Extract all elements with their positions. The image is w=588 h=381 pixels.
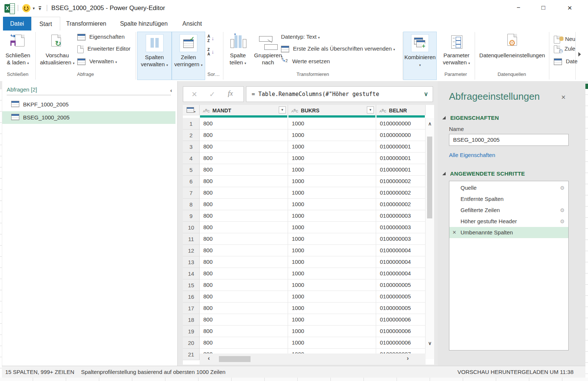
step-settings-gear-icon[interactable]: ⚙	[560, 182, 565, 193]
table-cell[interactable]: 1000	[288, 176, 376, 187]
scroll-down-icon[interactable]: ∨	[426, 340, 434, 346]
formula-expand-icon[interactable]: ∨	[424, 87, 428, 102]
table-cell[interactable]: 1000	[288, 222, 376, 233]
row-number[interactable]: 8	[183, 199, 200, 210]
applied-step[interactable]: Entfernte Spalten	[449, 193, 568, 205]
manage-columns-button[interactable]: Spalten verwalten ▾	[137, 32, 172, 80]
table-cell[interactable]: 0100000004	[376, 245, 426, 256]
table-cell[interactable]: 800	[200, 314, 288, 326]
table-cell[interactable]: 1000	[288, 118, 376, 129]
table-cell[interactable]: 800	[200, 210, 288, 222]
tab-transformieren[interactable]: Transformieren	[61, 17, 112, 31]
table-corner-button[interactable]: ▾	[183, 105, 200, 115]
formula-input[interactable]: = Table.RenameColumns(#"Höher gestufte	[246, 87, 433, 102]
all-properties-link[interactable]: Alle Eigenschaften	[449, 152, 495, 158]
properties-button[interactable]: Eigenschaften	[77, 33, 125, 41]
table-cell[interactable]: 0100000002	[376, 187, 426, 199]
table-cell[interactable]: 1000	[288, 279, 376, 291]
datatype-button[interactable]: Datentyp: Text ▾	[281, 33, 320, 40]
table-cell[interactable]: 800	[200, 164, 288, 176]
table-cell[interactable]: 1000	[288, 210, 376, 222]
replace-values-button[interactable]: 1 ↳ 2 Werte ersetzen	[281, 58, 330, 65]
formula-commit-icon[interactable]: ✓	[209, 90, 215, 99]
table-cell[interactable]: 0100000001	[376, 141, 426, 153]
table-cell[interactable]: 1000	[288, 337, 376, 349]
row-number[interactable]: 12	[183, 245, 200, 256]
enter-data-button[interactable]: Date	[554, 58, 578, 65]
reduce-rows-button[interactable]: ✓ Zeilen verringern ▾	[172, 32, 205, 80]
table-cell[interactable]: 1000	[288, 153, 376, 164]
table-cell[interactable]: 1000	[288, 302, 376, 314]
first-row-as-header-button[interactable]: Erste Zeile als Überschriften verwenden …	[281, 45, 395, 52]
status-profiling-info[interactable]: Spaltenprofilerstellung basierend auf ob…	[81, 369, 226, 375]
table-cell[interactable]: 800	[200, 141, 288, 153]
scroll-up-icon[interactable]: ∧	[426, 121, 434, 127]
column-header-belnr[interactable]: ABCBELNR	[376, 105, 426, 115]
row-number[interactable]: 9	[183, 210, 200, 222]
table-cell[interactable]: 0100000001	[376, 164, 426, 176]
applied-step[interactable]: Quelle⚙	[449, 182, 568, 193]
table-cell[interactable]: 1000	[288, 268, 376, 279]
table-cell[interactable]: 1000	[288, 245, 376, 256]
table-cell[interactable]: 1000	[288, 314, 376, 326]
row-number[interactable]: 2	[183, 129, 200, 141]
applied-step[interactable]: Gefilterte Zeilen⚙	[449, 205, 568, 216]
row-number[interactable]: 14	[183, 268, 200, 279]
table-cell[interactable]: 0100000006	[376, 337, 426, 349]
table-cell[interactable]: 0100000003	[376, 210, 426, 222]
table-cell[interactable]: 0100000006	[376, 314, 426, 326]
formula-cancel-icon[interactable]: ✕	[191, 90, 197, 99]
query-item[interactable]: BKPF_1000_2005	[2, 98, 175, 111]
table-cell[interactable]: 1000	[288, 141, 376, 153]
sort-ascending-button[interactable]: AZ↓	[207, 34, 216, 45]
fx-icon[interactable]: fx	[228, 89, 233, 97]
smiley-dropdown-caret-icon[interactable]: ▾	[33, 6, 35, 11]
vertical-scroll-thumb[interactable]	[427, 137, 432, 218]
row-number[interactable]: 5	[183, 164, 200, 176]
table-cell[interactable]: 0100000005	[376, 279, 426, 291]
applied-steps-section-header[interactable]: ANGEWENDETE SCHRITTE	[442, 170, 525, 177]
table-cell[interactable]: 800	[200, 176, 288, 187]
table-cell[interactable]: 0100000003	[376, 222, 426, 233]
row-number[interactable]: 15	[183, 279, 200, 291]
table-cell[interactable]: 800	[200, 245, 288, 256]
column-header-bukrs[interactable]: ABCBUKRS▾	[288, 105, 376, 115]
table-cell[interactable]: 0100000006	[376, 326, 426, 337]
table-cell[interactable]: 800	[200, 302, 288, 314]
row-number[interactable]: 20	[183, 337, 200, 349]
table-cell[interactable]: 800	[200, 268, 288, 279]
advanced-editor-button[interactable]: Erweiterter Editor	[77, 45, 130, 53]
table-cell[interactable]: 800	[200, 256, 288, 268]
table-cell[interactable]: 1000	[288, 187, 376, 199]
close-settings-icon[interactable]: ×	[561, 93, 566, 102]
close-button[interactable]: ×	[561, 1, 578, 15]
step-settings-gear-icon[interactable]: ⚙	[560, 205, 565, 216]
step-settings-gear-icon[interactable]: ⚙	[560, 216, 565, 227]
table-cell[interactable]: 1000	[288, 256, 376, 268]
scroll-left-icon[interactable]: ‹	[208, 355, 210, 362]
row-number[interactable]: 6	[183, 176, 200, 187]
query-name-input[interactable]: BSEG_1000_2005	[449, 134, 569, 146]
table-cell[interactable]: 0100000001	[376, 153, 426, 164]
applied-step[interactable]: ✕Umbenannte Spalten	[449, 227, 568, 238]
query-item[interactable]: BSEG_1000_2005	[2, 111, 175, 124]
properties-section-header[interactable]: EIGENSCHAFTEN	[442, 115, 499, 121]
new-source-button[interactable]: Neu	[554, 33, 575, 44]
table-cell[interactable]: 0100000004	[376, 256, 426, 268]
table-cell[interactable]: 800	[200, 199, 288, 210]
row-number[interactable]: 16	[183, 291, 200, 302]
table-cell[interactable]: 0100000002	[376, 176, 426, 187]
ribbon-overflow-arrow-icon[interactable]	[578, 52, 581, 57]
filter-dropdown-icon[interactable]: ▾	[279, 106, 286, 113]
table-cell[interactable]: 800	[200, 222, 288, 233]
filter-dropdown-icon[interactable]: ▾	[367, 106, 374, 113]
quick-access-toolbar-icon[interactable]: ▾	[39, 6, 41, 12]
smiley-icon[interactable]	[22, 4, 30, 14]
applied-step[interactable]: Höher gestufte Header⚙	[449, 216, 568, 227]
table-cell[interactable]: 800	[200, 187, 288, 199]
table-cell[interactable]: 0100000000	[376, 129, 426, 141]
table-cell[interactable]: 800	[200, 233, 288, 245]
table-cell[interactable]: 1000	[288, 291, 376, 302]
table-cell[interactable]: 1000	[288, 326, 376, 337]
table-cell[interactable]: 800	[200, 129, 288, 141]
